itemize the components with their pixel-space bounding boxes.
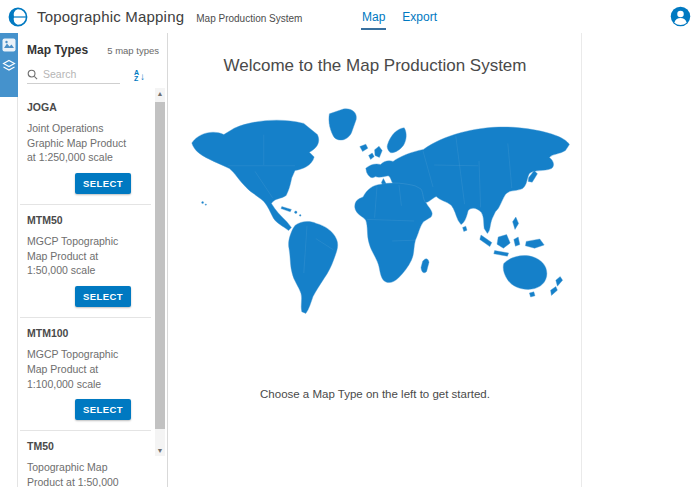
app-subtitle: Map Production System — [196, 10, 302, 24]
map-type-name: TM50 — [27, 440, 131, 452]
tool-rail-active-group — [0, 33, 18, 97]
map-type-description: Topographic Map Product at 1:50,000 scal… — [27, 460, 131, 487]
map-type-name: MTM100 — [27, 327, 131, 339]
app-header: Topographic Mapping Map Production Syste… — [0, 0, 699, 33]
map-type-name: JOGA — [27, 101, 131, 113]
sidebar-scrollbar[interactable]: ▲ ▼ — [155, 88, 165, 456]
map-types-panel: Map Types 5 map types AZ ↓ JOGA Joint Op… — [18, 33, 168, 487]
list-item-mtm50: MTM50 MGCP Topographic Map Product at 1:… — [20, 204, 151, 317]
user-avatar-icon[interactable] — [670, 6, 691, 27]
layers-icon[interactable] — [2, 59, 16, 73]
search-box[interactable] — [27, 68, 120, 84]
list-item-joga: JOGA Joint Operations Graphic Map Produc… — [18, 92, 167, 204]
map-type-name: MTM50 — [27, 214, 131, 226]
tool-rail — [0, 33, 18, 487]
sort-az-icon[interactable]: AZ ↓ — [134, 70, 145, 83]
scrollbar-thumb[interactable] — [155, 102, 165, 429]
map-type-description: MGCP Topographic Map Product at 1:100,00… — [27, 347, 131, 391]
select-button-mtm100[interactable]: SELECT — [75, 399, 131, 420]
globe-icon — [8, 7, 28, 27]
top-tabs: Map Export — [361, 0, 438, 33]
tab-export[interactable]: Export — [401, 3, 438, 30]
instruction-text: Choose a Map Type on the left to get sta… — [169, 388, 581, 400]
chevron-up-icon[interactable]: ▲ — [155, 88, 165, 99]
panel-header: Map Types 5 map types — [18, 33, 167, 57]
app-title: Topographic Mapping — [37, 8, 184, 25]
select-button-mtm50[interactable]: SELECT — [75, 286, 131, 307]
main-panel: Welcome to the Map Production System — [169, 33, 582, 487]
world-map — [175, 100, 575, 328]
list-item-tm50: TM50 Topographic Map Product at 1:50,000… — [20, 430, 151, 487]
map-image-icon[interactable] — [2, 38, 16, 52]
tab-map[interactable]: Map — [361, 3, 386, 30]
panel-title: Map Types — [27, 43, 88, 57]
map-type-count: 5 map types — [107, 45, 159, 56]
search-icon — [27, 69, 38, 80]
search-input[interactable] — [43, 68, 115, 80]
search-row: AZ ↓ — [27, 68, 159, 84]
map-type-description: Joint Operations Graphic Map Product at … — [27, 121, 131, 165]
list-item-mtm100: MTM100 MGCP Topographic Map Product at 1… — [20, 317, 151, 430]
welcome-title: Welcome to the Map Production System — [169, 56, 581, 76]
map-type-description: MGCP Topographic Map Product at 1:50,000… — [27, 234, 131, 278]
select-button-joga[interactable]: SELECT — [75, 173, 131, 194]
map-type-list: JOGA Joint Operations Graphic Map Produc… — [18, 92, 167, 487]
chevron-down-icon[interactable]: ▼ — [155, 445, 165, 456]
